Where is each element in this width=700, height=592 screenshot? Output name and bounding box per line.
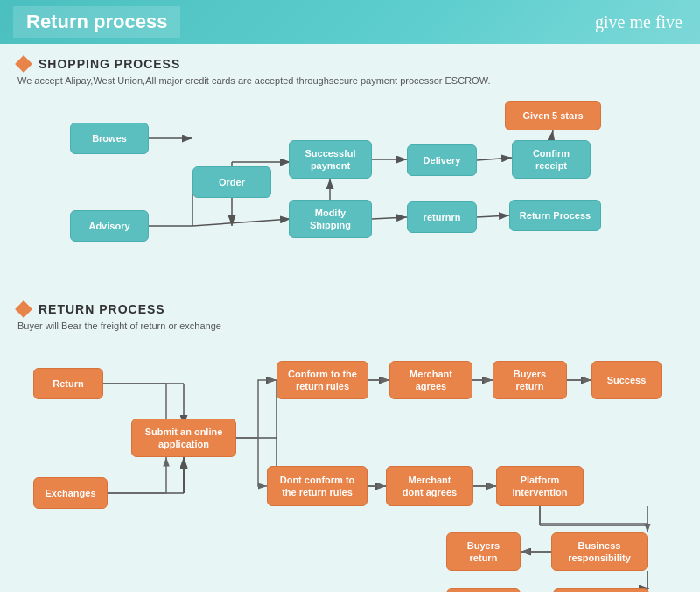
- svg-line-12: [372, 217, 407, 219]
- return-desc: Buyer will Bear the freight of return or…: [18, 321, 682, 331]
- return-title: RETURN PROCESS: [38, 302, 165, 316]
- header-title: Return process: [13, 6, 180, 38]
- svg-line-11: [551, 130, 553, 140]
- return-process-box: Return Process: [509, 200, 601, 231]
- success-box: Success: [592, 361, 662, 399]
- svg-line-10: [477, 158, 512, 160]
- delivery-box: Delivery: [407, 144, 477, 176]
- successful-payment-box: Successful payment: [289, 140, 372, 179]
- business-responsibility-box: Business responsibility: [551, 532, 648, 571]
- header-logo: give me five: [595, 12, 682, 32]
- shopping-diamond-icon: [15, 55, 32, 73]
- header: Return process give me five: [0, 0, 700, 44]
- confirm-receipt-box: Confirm receipt: [512, 140, 591, 179]
- browes-box: Browes: [70, 123, 149, 154]
- shopping-desc: We accept Alipay,West Union,All major cr…: [18, 75, 682, 86]
- merchant-dont-box: Merchant dont agrees: [386, 466, 473, 506]
- failure-box: Failure: [446, 588, 521, 592]
- buyers-return2-box: Buyers return: [446, 532, 521, 571]
- return-section: RETURN PROCESS Buyer will Bear the freig…: [18, 302, 682, 592]
- modify-shipping-box: Modify Shipping: [289, 200, 372, 238]
- svg-line-6: [192, 219, 290, 226]
- return-button-box: Return: [33, 368, 103, 399]
- return-diamond-icon: [15, 300, 32, 318]
- exchanges-box: Exchanges: [33, 477, 108, 509]
- shopping-title: SHOPPING PROCESS: [38, 57, 180, 71]
- platform-intervention-box: Platform intervention: [496, 466, 584, 506]
- given-5-stars-box: Given 5 stars: [505, 101, 601, 130]
- submit-application-box: Submit an online application: [131, 419, 236, 457]
- shopping-section: SHOPPING PROCESS We accept Alipay,West U…: [18, 57, 682, 298]
- buyers-return1-box: Buyers return: [493, 361, 567, 399]
- order-box: Order: [192, 166, 271, 198]
- svg-line-13: [477, 215, 509, 217]
- dont-conform-box: Dont conform to the return rules: [267, 466, 368, 506]
- merchant-agrees-box: Merchant agrees: [389, 361, 472, 399]
- buyers-responsibility-box: Buyers responsibility: [553, 588, 649, 592]
- returnrn-box: returnrn: [407, 201, 477, 233]
- advisory-box: Advisory: [70, 210, 149, 242]
- conform-rules-box: Conform to the return rules: [276, 361, 368, 399]
